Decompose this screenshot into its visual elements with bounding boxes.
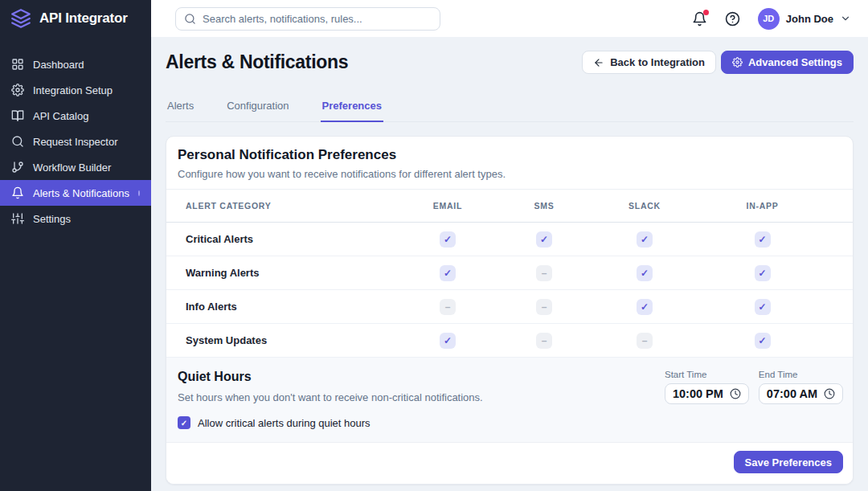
user-name: John Doe [786, 13, 833, 25]
page-title: Alerts & Notifications [166, 51, 348, 73]
quiet-hours-text: Quiet Hours Set hours when you don't wan… [176, 370, 483, 403]
sidebar-item-label: Request Inspector [33, 136, 118, 148]
pref-checkbox-email[interactable]: ✓ [440, 265, 456, 281]
help-button[interactable] [725, 11, 740, 27]
end-time-value: 07:00 AM [767, 387, 817, 400]
pref-checkbox-in-app[interactable]: ✓ [755, 299, 771, 315]
arrow-left-icon [593, 57, 604, 68]
start-time-value: 10:00 PM [673, 387, 723, 400]
row-category-label: Info Alerts [186, 301, 400, 313]
allow-critical-checkbox[interactable]: ✓ [178, 416, 190, 429]
topbar-actions: JD John Doe [692, 8, 851, 30]
pref-checkbox-sms[interactable]: – [536, 333, 552, 349]
search-icon [11, 135, 24, 148]
page-content: Alerts & Notifications Back to Integrati… [151, 37, 868, 491]
card-header: Personal Notification Preferences Config… [166, 137, 853, 190]
quiet-hours-times: Start Time 10:00 PM End Time 07:00 AM [665, 370, 843, 404]
layers-logo-icon [10, 8, 31, 29]
pref-checkbox-in-app[interactable]: ✓ [755, 265, 771, 281]
pref-checkbox-in-app[interactable]: ✓ [755, 231, 771, 248]
app-name: API Integrator [39, 10, 128, 27]
start-time-field: Start Time 10:00 PM [665, 370, 749, 404]
sidebar: API Integrator Dashboard Integration Set… [0, 0, 151, 491]
pref-checkbox-sms[interactable]: – [536, 299, 552, 315]
topbar: JD John Doe [151, 0, 868, 37]
quiet-hours-subtitle: Set hours when you don't want to receive… [176, 391, 483, 403]
chevron-down-icon [840, 13, 851, 24]
sidebar-item-label: API Catalog [33, 110, 88, 122]
sidebar-item-dashboard[interactable]: Dashboard [0, 51, 151, 77]
end-time-field: End Time 07:00 AM [759, 370, 843, 404]
start-time-label: Start Time [665, 370, 749, 379]
sliders-icon [11, 212, 24, 225]
clock-icon [730, 388, 741, 399]
pref-checkbox-sms[interactable]: – [536, 265, 552, 281]
card-title: Personal Notification Preferences [178, 147, 841, 163]
app-window: API Integrator Dashboard Integration Set… [0, 0, 868, 491]
pref-checkbox-slack[interactable]: ✓ [637, 231, 653, 248]
pref-checkbox-email[interactable]: – [440, 299, 456, 315]
table-row: Info Alerts – – ✓ ✓ [166, 290, 853, 324]
column-header-in-app: In-App [696, 201, 829, 211]
sidebar-item-request-inspector[interactable]: Request Inspector [0, 129, 151, 154]
pref-checkbox-email[interactable]: ✓ [440, 231, 456, 248]
pref-checkbox-slack[interactable]: ✓ [637, 265, 653, 281]
pref-checkbox-slack[interactable]: – [637, 333, 653, 349]
sidebar-item-label: Settings [33, 213, 71, 225]
book-icon [11, 109, 24, 122]
preferences-card: Personal Notification Preferences Config… [166, 136, 854, 485]
allow-critical-label: Allow critical alerts during quiet hours [198, 417, 371, 429]
end-time-input[interactable]: 07:00 AM [759, 383, 843, 404]
tab-configuration[interactable]: Configuration [225, 93, 290, 122]
table-row: Warning Alerts ✓ – ✓ ✓ [166, 256, 853, 290]
sidebar-item-label: Integration Setup [33, 84, 113, 96]
quiet-hours-title: Quiet Hours [176, 370, 483, 384]
logo: API Integrator [0, 0, 151, 37]
save-preferences-button[interactable]: Save Preferences [734, 451, 843, 473]
sidebar-item-label: Workflow Builder [33, 162, 111, 174]
back-button-label: Back to Integration [610, 56, 705, 68]
advanced-settings-button[interactable]: Advanced Settings [721, 51, 854, 74]
notification-badge-dot [703, 10, 709, 15]
table-row: System Updates ✓ – – ✓ [166, 324, 853, 358]
sidebar-item-api-catalog[interactable]: API Catalog [0, 103, 151, 129]
sidebar-item-label: Dashboard [33, 59, 84, 71]
start-time-input[interactable]: 10:00 PM [665, 383, 749, 404]
sidebar-item-settings[interactable]: Settings [0, 206, 151, 231]
header-buttons: Back to Integration Advanced Settings [582, 51, 854, 74]
page-header: Alerts & Notifications Back to Integrati… [166, 51, 854, 74]
search-box [175, 7, 440, 31]
tab-preferences[interactable]: Preferences [321, 93, 383, 122]
end-time-label: End Time [759, 370, 843, 379]
search-icon [184, 13, 196, 25]
tab-alerts[interactable]: Alerts [166, 93, 195, 122]
table-header-row: Alert Category Email SMS Slack In-App [166, 190, 853, 223]
gear-icon [11, 84, 24, 96]
tab-bar: Alerts Configuration Preferences [166, 93, 854, 122]
row-category-label: Critical Alerts [186, 233, 400, 245]
main-area: JD John Doe Alerts & Notifications Back … [151, 0, 868, 491]
search-input[interactable] [203, 13, 432, 25]
advanced-button-label: Advanced Settings [748, 56, 842, 68]
sidebar-item-workflow-builder[interactable]: Workflow Builder [0, 154, 151, 180]
user-menu[interactable]: JD John Doe [758, 8, 851, 30]
notifications-bell-button[interactable] [692, 11, 707, 27]
sidebar-nav: Dashboard Integration Setup API Catalog … [0, 51, 151, 231]
card-footer: Save Preferences [166, 442, 853, 484]
active-indicator-dot [138, 190, 140, 196]
pref-checkbox-email[interactable]: ✓ [440, 333, 456, 349]
sidebar-item-alerts-notifications[interactable]: Alerts & Notifications [0, 180, 151, 206]
sidebar-item-integration-setup[interactable]: Integration Setup [0, 77, 151, 103]
back-to-integration-button[interactable]: Back to Integration [582, 51, 716, 74]
bell-icon [11, 186, 24, 199]
git-branch-icon [11, 161, 24, 174]
help-circle-icon [725, 11, 740, 27]
pref-checkbox-slack[interactable]: ✓ [637, 299, 653, 315]
pref-checkbox-in-app[interactable]: ✓ [755, 333, 771, 349]
quiet-hours-section: Quiet Hours Set hours when you don't wan… [166, 358, 853, 442]
pref-checkbox-sms[interactable]: ✓ [536, 231, 552, 248]
sidebar-item-label: Alerts & Notifications [33, 187, 129, 199]
gear-icon [732, 57, 743, 68]
column-header-category: Alert Category [186, 201, 400, 211]
avatar: JD [758, 8, 780, 30]
